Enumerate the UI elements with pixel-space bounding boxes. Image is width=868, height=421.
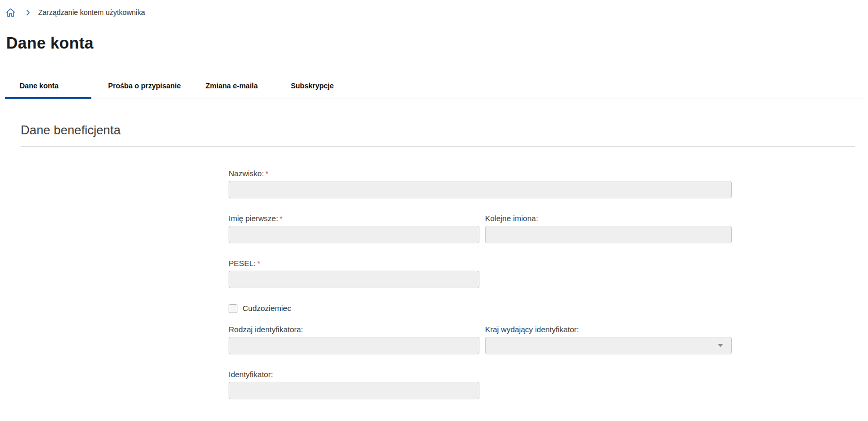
cudzoziemiec-checkbox-row[interactable]: Cudzoziemiec xyxy=(229,304,732,313)
field-pesel: PESEL:* xyxy=(229,259,479,288)
field-row-identyfikator: Identyfikator: xyxy=(229,370,732,399)
tab-zmiana-emaila[interactable]: Zmiana e-maila xyxy=(205,82,258,99)
section-divider xyxy=(21,146,855,147)
imie-pierwsze-label-text: Imię pierwsze: xyxy=(229,214,278,223)
breadcrumb: Zarządzanie kontem użytkownika xyxy=(5,7,868,18)
beneficiary-form: Nazwisko:* Imię pierwsze:* Kolejne imion… xyxy=(229,169,732,399)
required-asterisk: * xyxy=(280,214,283,223)
imie-pierwsze-label: Imię pierwsze:* xyxy=(229,214,479,223)
required-asterisk: * xyxy=(258,259,261,268)
field-row-identyfikator-info: Rodzaj identyfikatora: Kraj wydający ide… xyxy=(229,325,732,354)
pesel-label: PESEL:* xyxy=(229,259,479,268)
breadcrumb-item[interactable]: Zarządzanie kontem użytkownika xyxy=(38,7,145,18)
tab-bar: Dane konta Prośba o przypisanie Zmiana e… xyxy=(5,82,865,99)
beneficiary-section: Dane beneficjenta Nazwisko:* Imię pierws… xyxy=(0,122,868,399)
nazwisko-label: Nazwisko:* xyxy=(229,169,732,178)
cudzoziemiec-checkbox[interactable] xyxy=(229,304,237,313)
page-title: Dane konta xyxy=(6,34,868,53)
imie-pierwsze-input[interactable] xyxy=(229,226,479,243)
pesel-label-text: PESEL: xyxy=(229,259,256,268)
field-rodzaj-identyfikatora: Rodzaj identyfikatora: xyxy=(229,325,479,354)
cudzoziemiec-label: Cudzoziemiec xyxy=(243,304,291,313)
kolejne-imiona-input[interactable] xyxy=(485,226,732,243)
pesel-input[interactable] xyxy=(229,271,479,288)
section-heading: Dane beneficjenta xyxy=(21,122,868,138)
field-identyfikator: Identyfikator: xyxy=(229,370,479,399)
field-imie-pierwsze: Imię pierwsze:* xyxy=(229,214,479,243)
kraj-wydajacy-identyfikator-label: Kraj wydający identyfikator: xyxy=(485,325,732,334)
kolejne-imiona-label: Kolejne imiona: xyxy=(485,214,732,223)
identyfikator-label: Identyfikator: xyxy=(229,370,479,379)
field-nazwisko: Nazwisko:* xyxy=(229,169,732,198)
field-kolejne-imiona: Kolejne imiona: xyxy=(485,214,732,243)
field-row-pesel: PESEL:* xyxy=(229,259,732,288)
nazwisko-input[interactable] xyxy=(229,181,732,198)
tab-dane-konta[interactable]: Dane konta xyxy=(20,82,58,99)
required-asterisk: * xyxy=(265,169,268,178)
rodzaj-identyfikatora-label: Rodzaj identyfikatora: xyxy=(229,325,479,334)
rodzaj-identyfikatora-input[interactable] xyxy=(229,337,479,354)
field-row-imiona: Imię pierwsze:* Kolejne imiona: xyxy=(229,214,732,243)
kraj-wydajacy-identyfikator-select[interactable] xyxy=(485,337,732,354)
tab-subskrypcje[interactable]: Subskrypcje xyxy=(291,82,333,99)
chevron-right-icon xyxy=(25,9,31,16)
field-row-nazwisko: Nazwisko:* xyxy=(229,169,732,198)
identyfikator-input[interactable] xyxy=(229,382,479,399)
nazwisko-label-text: Nazwisko: xyxy=(229,169,264,178)
chevron-down-icon xyxy=(718,344,723,347)
tab-prosba-o-przypisanie[interactable]: Prośba o przypisanie xyxy=(108,82,181,99)
field-kraj-wydajacy-identyfikator: Kraj wydający identyfikator: xyxy=(485,325,732,354)
home-icon[interactable] xyxy=(5,7,16,18)
